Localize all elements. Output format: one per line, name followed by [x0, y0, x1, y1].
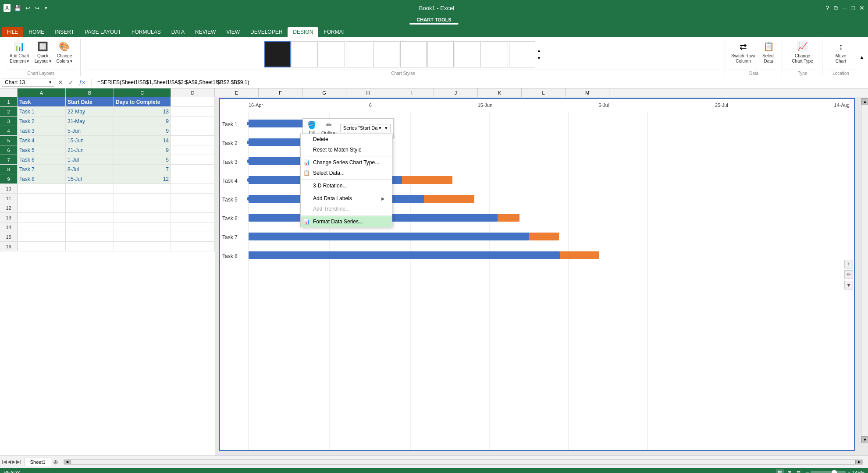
- sheet-tab-1[interactable]: Sheet1: [25, 458, 51, 466]
- chart-style-9[interactable]: [482, 41, 508, 67]
- cell-c13[interactable]: [114, 213, 171, 222]
- formula-cancel-button[interactable]: ✕: [56, 79, 65, 86]
- chart-style-6[interactable]: [400, 41, 427, 67]
- col-header-f[interactable]: F: [259, 88, 302, 97]
- cell-a1[interactable]: Task: [18, 97, 66, 106]
- row-header-10[interactable]: 10: [0, 184, 18, 193]
- ctx-delete[interactable]: Delete: [301, 134, 392, 145]
- row-header-2[interactable]: 2: [0, 107, 18, 116]
- chart-style-selected[interactable]: [264, 41, 291, 67]
- cell-b1[interactable]: Start Date: [66, 97, 114, 106]
- cell-c7[interactable]: 5: [114, 155, 171, 164]
- cell-b10[interactable]: [66, 184, 114, 193]
- ribbon-collapse-button[interactable]: ▲: [859, 39, 866, 76]
- cell-a6[interactable]: Task 5: [18, 145, 66, 155]
- cell-b7[interactable]: 1-Jul: [66, 155, 114, 164]
- cell-b3[interactable]: 31-May: [66, 116, 114, 126]
- cell-b9[interactable]: 15-Jul: [66, 174, 114, 184]
- gantt-start-bar-7[interactable]: [249, 233, 529, 240]
- cell-a3[interactable]: Task 2: [18, 116, 66, 126]
- sheet-nav-left-end[interactable]: |◀: [2, 459, 7, 465]
- ctx-3d-rotation[interactable]: 3-D Rotation...: [301, 180, 392, 191]
- col-header-h[interactable]: H: [346, 88, 390, 97]
- cell-c8[interactable]: 7: [114, 165, 171, 174]
- cell-c14[interactable]: [114, 222, 171, 232]
- insert-function-button[interactable]: ƒx: [77, 79, 87, 85]
- formula-input[interactable]: [96, 79, 866, 85]
- help-button[interactable]: ?: [826, 4, 829, 11]
- cell-d2[interactable]: [171, 107, 215, 116]
- bar-handle-2a[interactable]: [247, 141, 250, 144]
- tab-view[interactable]: VIEW: [221, 27, 245, 37]
- ctx-format-data-series[interactable]: 📊 Format Data Series...: [301, 216, 392, 227]
- cell-b2[interactable]: 22-May: [66, 107, 114, 116]
- cell-d16[interactable]: [171, 242, 215, 251]
- tab-data[interactable]: DATA: [166, 27, 190, 37]
- chart-style-2[interactable]: [292, 41, 318, 67]
- close-button[interactable]: ✕: [859, 4, 864, 11]
- cell-c1[interactable]: Days to Complete: [114, 97, 171, 106]
- col-header-a[interactable]: A: [18, 88, 66, 97]
- row-header-5[interactable]: 5: [0, 136, 18, 145]
- gantt-start-bar-8[interactable]: [249, 251, 560, 259]
- name-box[interactable]: Chart 13 ▾: [2, 78, 54, 87]
- cell-b4[interactable]: 5-Jun: [66, 126, 114, 135]
- gantt-dur-bar-6[interactable]: [498, 214, 519, 222]
- cell-c15[interactable]: [114, 232, 171, 241]
- cell-c4[interactable]: 9: [114, 126, 171, 135]
- cell-a9[interactable]: Task 8: [18, 174, 66, 184]
- chart-style-5[interactable]: [373, 41, 399, 67]
- change-chart-type-button[interactable]: 📈 ChangeChart Type: [790, 39, 815, 65]
- quick-layout-button[interactable]: 🔲 QuickLayout ▾: [33, 39, 53, 65]
- row-header-15[interactable]: 15: [0, 232, 18, 241]
- tab-design[interactable]: DESIGN: [288, 27, 318, 37]
- chart-style-7[interactable]: [427, 41, 454, 67]
- cell-d15[interactable]: [171, 232, 215, 241]
- h-scroll-left[interactable]: ◀: [64, 460, 71, 464]
- cell-c9[interactable]: 12: [114, 174, 171, 184]
- cell-a2[interactable]: Task 1: [18, 107, 66, 116]
- cell-d10[interactable]: [171, 184, 215, 193]
- row-header-8[interactable]: 8: [0, 165, 18, 174]
- redo-button[interactable]: ↪: [34, 4, 40, 12]
- cell-d11[interactable]: [171, 194, 215, 203]
- zoom-slider[interactable]: [811, 471, 846, 473]
- gantt-dur-bar-4[interactable]: [402, 176, 452, 184]
- cell-c10[interactable]: [114, 184, 171, 193]
- sheet-nav-right-end[interactable]: ▶|: [16, 459, 21, 465]
- move-chart-button[interactable]: ↕ MoveChart: [831, 39, 850, 65]
- cell-d9[interactable]: [171, 174, 215, 184]
- cell-b11[interactable]: [66, 194, 114, 203]
- tab-page-layout[interactable]: PAGE LAYOUT: [79, 27, 126, 37]
- row-header-12[interactable]: 12: [0, 203, 18, 212]
- ctx-change-series-type[interactable]: 📊 Change Series Chart Type...: [301, 157, 392, 168]
- page-layout-button[interactable]: ⊞: [786, 469, 793, 473]
- cell-a13[interactable]: [18, 213, 66, 222]
- undo-button[interactable]: ↩: [25, 4, 31, 12]
- cell-d1[interactable]: [171, 97, 215, 106]
- bar-handle-4a[interactable]: [247, 178, 250, 182]
- col-header-d[interactable]: D: [171, 88, 215, 97]
- cell-d4[interactable]: [171, 126, 215, 135]
- row-header-13[interactable]: 13: [0, 213, 18, 222]
- cell-b5[interactable]: 15-Jun: [66, 136, 114, 145]
- tab-file[interactable]: FILE: [2, 27, 23, 37]
- cell-d8[interactable]: [171, 165, 215, 174]
- row-header-16[interactable]: 16: [0, 242, 18, 251]
- bar-handle-3a[interactable]: [247, 159, 250, 163]
- chart-pen-button[interactable]: ✏: [844, 270, 853, 279]
- cell-d7[interactable]: [171, 155, 215, 164]
- scroll-down-button[interactable]: ▼: [861, 436, 868, 443]
- row-header-3[interactable]: 3: [0, 116, 18, 126]
- bar-handle-5a[interactable]: [247, 197, 250, 201]
- cell-d3[interactable]: [171, 116, 215, 126]
- ctx-select-data[interactable]: 📋 Select Data...: [301, 168, 392, 178]
- zoom-slider-thumb[interactable]: [832, 470, 837, 473]
- cell-a14[interactable]: [18, 222, 66, 232]
- maximize-button[interactable]: □: [851, 4, 855, 11]
- chart-style-10[interactable]: [509, 41, 535, 67]
- col-header-l[interactable]: L: [522, 88, 566, 97]
- cell-b16[interactable]: [66, 242, 114, 251]
- cell-a12[interactable]: [18, 203, 66, 212]
- tab-formulas[interactable]: FORMULAS: [126, 27, 166, 37]
